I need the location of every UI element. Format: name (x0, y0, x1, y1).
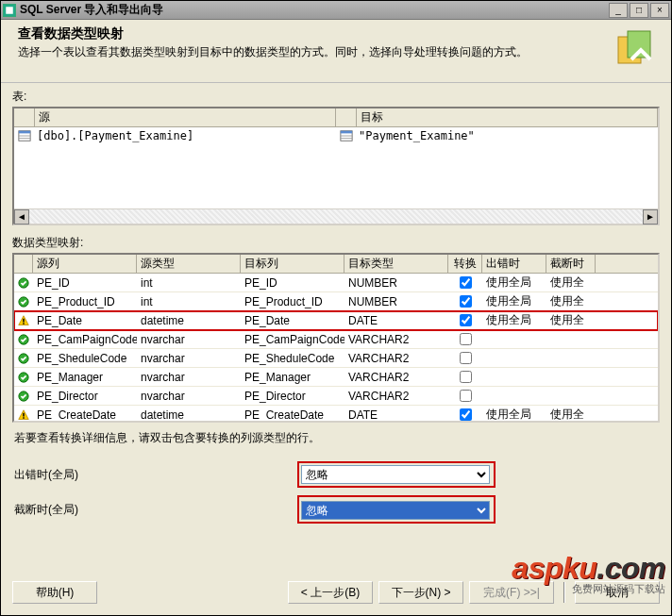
global-trunc-select[interactable]: 忽略 (301, 501, 490, 520)
mapping-row[interactable]: PE_CreateDatedatetimePE_CreateDateDATE使用… (14, 406, 658, 421)
status-ok-icon (18, 296, 29, 308)
mapping-row[interactable]: PE_SheduleCodenvarcharPE_SheduleCodeVARC… (14, 349, 658, 368)
col-src-type[interactable]: 源类型 (137, 255, 241, 273)
convert-checkbox[interactable] (460, 408, 472, 421)
dst-col-cell: PE_Manager (241, 371, 344, 384)
src-type-cell: datetime (137, 408, 241, 422)
mapping-row[interactable]: PE_IDintPE_IDNUMBER使用全局使用全 (14, 274, 658, 292)
src-type-cell: nvarchar (137, 352, 241, 365)
svg-rect-15 (23, 323, 25, 325)
convert-checkbox[interactable] (460, 371, 472, 383)
convert-checkbox[interactable] (460, 276, 472, 289)
maximize-button[interactable]: □ (630, 3, 648, 18)
status-ok-icon (18, 334, 29, 345)
help-button[interactable]: 帮助(H) (12, 581, 97, 604)
dst-col-cell: PE_Product_ID (241, 295, 344, 308)
src-col-cell: PE_Director (33, 390, 137, 403)
app-icon (3, 4, 16, 17)
col-convert[interactable]: 转换 (448, 255, 482, 273)
minimize-button[interactable]: _ (609, 3, 628, 18)
col-on-error[interactable]: 出错时 (482, 255, 546, 273)
dst-type-cell: VARCHAR2 (344, 390, 448, 403)
on-error-cell: 使用全局 (482, 293, 546, 309)
svg-rect-1 (6, 7, 13, 14)
cancel-button[interactable]: 取消 (575, 581, 660, 604)
col-dst-column[interactable]: 目标列 (241, 255, 344, 273)
src-col-cell: PE_ID (33, 276, 137, 290)
next-button[interactable]: 下一步(N) > (378, 581, 463, 604)
dst-type-cell: NUMBER (344, 276, 448, 290)
global-error-label: 出错时(全局) (14, 467, 297, 483)
dst-type-cell: DATE (344, 408, 448, 422)
src-type-cell: nvarchar (137, 390, 241, 403)
finish-button[interactable]: 完成(F) >>| (469, 581, 554, 604)
page-title: 查看数据类型映射 (18, 25, 603, 42)
source-table-name: [dbo].[Payment_Examine] (35, 129, 336, 142)
convert-checkbox[interactable] (460, 295, 472, 308)
src-type-cell: int (137, 276, 241, 290)
global-error-select[interactable]: 忽略 (301, 465, 490, 484)
mapping-row[interactable]: PE_DirectornvarcharPE_DirectorVARCHAR2 (14, 387, 658, 406)
svg-rect-9 (341, 131, 352, 134)
wizard-icon (611, 25, 660, 75)
dst-col-cell: PE_Date (241, 314, 344, 327)
window-title: SQL Server 导入和导出向导 (20, 2, 163, 18)
table-icon (340, 129, 353, 142)
table-icon (18, 129, 31, 142)
col-source[interactable]: 源 (35, 108, 336, 126)
dst-type-cell: NUMBER (344, 295, 448, 308)
mapping-row[interactable]: PE_Product_IDintPE_Product_IDNUMBER使用全局使… (14, 292, 658, 311)
status-ok-icon (18, 372, 29, 383)
scroll-right-icon[interactable]: ► (643, 209, 658, 225)
on-trunc-cell: 使用全 (546, 312, 596, 328)
horizontal-scrollbar[interactable]: ◄ ► (14, 208, 658, 224)
mapping-row[interactable]: PE_CamPaignCodenvarcharPE_CamPaignCodeVA… (14, 330, 658, 349)
global-trunc-label: 截断时(全局) (14, 502, 297, 518)
status-ok-icon (18, 391, 29, 402)
on-trunc-cell: 使用全 (546, 275, 596, 291)
convert-checkbox[interactable] (460, 333, 472, 345)
dst-type-cell: DATE (344, 314, 448, 327)
convert-checkbox[interactable] (460, 352, 472, 364)
col-dst-type[interactable]: 目标类型 (344, 255, 448, 273)
on-error-cell: 使用全局 (482, 275, 546, 291)
dst-type-cell: VARCHAR2 (344, 333, 448, 346)
status-ok-icon (18, 353, 29, 364)
src-type-cell: nvarchar (137, 371, 241, 384)
table-row[interactable]: [dbo].[Payment_Examine] "Payment_Examine… (14, 127, 658, 144)
wizard-header: 查看数据类型映射 选择一个表以查看其数据类型映射到目标中的数据类型的方式。同时，… (1, 20, 671, 83)
svg-rect-14 (23, 318, 25, 322)
src-type-cell: datetime (137, 314, 241, 327)
src-col-cell: PE_CamPaignCode (33, 333, 137, 346)
svg-rect-20 (23, 412, 25, 416)
src-col-cell: PE_CreateDate (33, 408, 137, 422)
svg-rect-5 (19, 131, 30, 134)
close-button[interactable]: × (650, 3, 669, 18)
convert-checkbox[interactable] (460, 390, 472, 402)
tables-header-row: 源 目标 (14, 108, 658, 127)
wizard-footer: 帮助(H) < 上一步(B) 下一步(N) > 完成(F) >>| 取消 (1, 574, 671, 615)
page-subtitle: 选择一个表以查看其数据类型映射到目标中的数据类型的方式。同时，选择向导处理转换问… (18, 44, 603, 60)
dst-col-cell: PE_CreateDate (241, 408, 344, 422)
mapping-row[interactable]: PE_ManagernvarcharPE_ManagerVARCHAR2 (14, 368, 658, 387)
col-destination[interactable]: 目标 (357, 108, 658, 126)
status-warning-icon (18, 314, 29, 327)
on-error-cell: 使用全局 (482, 407, 546, 421)
convert-checkbox[interactable] (460, 314, 472, 326)
tables-label: 表: (12, 89, 660, 105)
svg-rect-21 (23, 417, 25, 419)
scroll-left-icon[interactable]: ◄ (14, 209, 29, 225)
src-col-cell: PE_SheduleCode (33, 352, 137, 365)
dst-type-cell: VARCHAR2 (344, 371, 448, 384)
hint-text: 若要查看转换详细信息，请双击包含要转换的列源类型的行。 (14, 430, 658, 446)
col-src-column[interactable]: 源列 (33, 255, 137, 273)
mapping-label: 数据类型映射: (12, 235, 660, 251)
dst-col-cell: PE_ID (241, 276, 344, 290)
dst-col-cell: PE_SheduleCode (241, 352, 344, 365)
mapping-row[interactable]: PE_DatedatetimePE_DateDATE使用全局使用全 (14, 311, 658, 330)
back-button[interactable]: < 上一步(B) (288, 581, 373, 604)
col-on-trunc[interactable]: 截断时 (546, 255, 596, 273)
tables-listbox[interactable]: 源 目标 [dbo].[Payment_Examine] "Payment_Ex… (12, 107, 660, 225)
mapping-grid[interactable]: 源列 源类型 目标列 目标类型 转换 出错时 截断时 PE_IDintPE_ID… (12, 253, 660, 423)
src-col-cell: PE_Date (33, 314, 137, 327)
